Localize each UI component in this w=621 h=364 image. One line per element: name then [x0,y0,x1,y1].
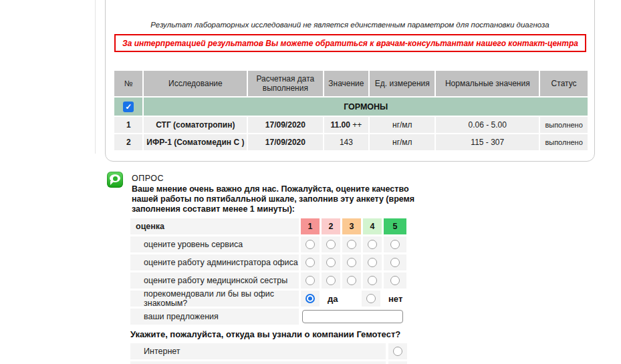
suggestions-row: ваши предложения [130,309,411,325]
row-num: 1 [114,117,142,133]
value-number: 143 [340,138,353,147]
row-units: нг/мл [370,117,434,133]
recommend-yes-label: да [322,291,360,307]
radio-admin-5[interactable] [390,258,400,267]
row-date: 17/09/2020 [248,117,322,133]
source-row-partial [130,361,411,364]
row-date: 17/09/2020 [248,134,322,150]
results-card: Результат лабораторных исследований не я… [105,0,595,162]
scale-4: 4 [363,218,382,234]
disclaimer-text: Результат лабораторных исследований не я… [106,21,594,29]
warning-banner: За интерпретацией результатов Вы можете … [114,34,586,52]
group-checkbox-cell [114,98,142,116]
radio-nurse-5[interactable] [390,276,400,285]
left-divider [95,0,96,154]
group-label-cell: ГОРМОНЫ [144,98,588,116]
scale-label: оценка [130,218,299,234]
col-num: № [114,71,142,96]
survey-title: ОПРОС [132,174,164,183]
radio-nurse-1[interactable] [305,276,315,285]
scale-5: 5 [384,218,406,234]
row-normal: 115 - 307 [436,134,539,150]
col-units: Ед. измерения [370,71,434,96]
radio-recommend-yes[interactable] [305,294,315,303]
radio-admin-4[interactable] [368,258,377,267]
warning-text: За интерпретацией результатов Вы можете … [122,39,578,48]
page: Результат лабораторных исследований не я… [0,0,621,364]
suggestions-label: ваши предложения [130,309,299,325]
col-value: Значение [324,71,369,96]
recommend-question: порекомендовали ли бы вы офис знакомым? [130,291,299,307]
results-header-row: № Исследование Расчетная дата выполнения… [114,71,588,96]
scale-header-row: оценка 1 2 3 4 5 [130,218,411,234]
row-status: выполнено [540,134,588,150]
value-number: 11.00 [331,120,350,130]
survey-table: оценка 1 2 3 4 5 оцените уровень сервиса… [130,218,411,364]
col-normal: Нормальные значения [436,71,539,96]
value-flag: ++ [350,120,362,130]
chat-bubble-icon [107,172,123,188]
rating-label: оцените работу медицинской сестры [130,272,299,289]
row-status: выполнено [540,117,588,133]
rating-row-service: оцените уровень сервиса [130,236,411,252]
radio-service-1[interactable] [305,240,315,249]
table-row: 2 ИФР-1 (Соматомедин С ) 17/09/2020 143 … [114,134,588,150]
row-test-name: СТГ (соматотропин) [144,117,247,133]
row-normal: 0.06 - 5.00 [436,117,539,133]
radio-recommend-no[interactable] [366,294,376,303]
recommend-row: порекомендовали ли бы вы офис знакомым? … [130,291,411,307]
radio-service-4[interactable] [368,240,377,249]
row-value: 11.00 ++ [324,117,369,133]
radio-admin-3[interactable] [347,258,356,267]
row-units: нг/мл [370,134,434,150]
rating-row-admin: оцените работу администратора офиса [130,254,411,270]
row-value: 143 [324,134,369,150]
col-test: Исследование [144,71,247,96]
row-test-name: ИФР-1 (Соматомедин С ) [144,134,247,150]
radio-admin-1[interactable] [305,258,315,267]
source-row-internet: Интернет [130,343,411,359]
rating-row-nurse: оцените работу медицинской сестры [130,272,411,289]
source-question: Укажите, пожалуйста, откуда вы узнали о … [130,327,411,342]
radio-service-5[interactable] [390,240,400,249]
group-label: ГОРМОНЫ [344,102,388,112]
recommend-no-label: нет [382,291,409,307]
radio-nurse-4[interactable] [368,276,377,285]
col-date: Расчетная дата выполнения [248,71,322,96]
rating-label: оцените работу администратора офиса [130,254,299,270]
radio-nurse-3[interactable] [347,276,356,285]
table-row: 1 СТГ (соматотропин) 17/09/2020 11.00 ++… [114,117,588,133]
radio-source-internet[interactable] [393,347,402,356]
group-row-hormones: ГОРМОНЫ [114,98,588,116]
col-status: Статус [540,71,588,96]
row-num: 2 [114,134,142,150]
radio-nurse-2[interactable] [326,276,336,285]
survey-intro: Ваше мнение очень важно для нас. Пожалуй… [132,184,420,214]
source-option-label: Интернет [130,343,386,359]
group-checkbox[interactable] [123,102,134,112]
rating-label: оцените уровень сервиса [130,236,299,252]
scale-2: 2 [322,218,340,234]
radio-service-3[interactable] [347,240,356,249]
radio-service-2[interactable] [326,240,336,249]
scale-3: 3 [342,218,361,234]
suggestions-input[interactable] [302,310,403,323]
results-table: № Исследование Расчетная дата выполнения… [113,69,589,152]
radio-admin-2[interactable] [326,258,336,267]
scale-1: 1 [301,218,320,234]
